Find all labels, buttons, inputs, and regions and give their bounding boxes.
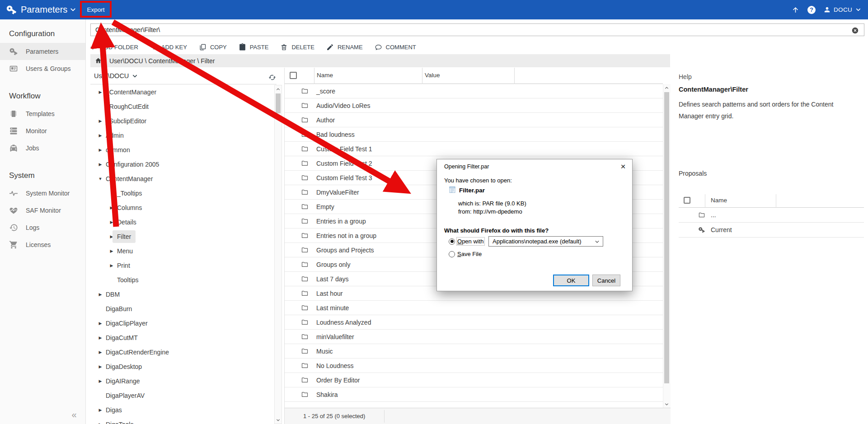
chevron-expanded-icon[interactable]: ▼: [96, 177, 104, 181]
table-row[interactable]: Shakira: [285, 387, 663, 402]
column-header-value[interactable]: Value: [425, 72, 440, 79]
chevron-collapsed-icon[interactable]: ▶: [96, 408, 104, 412]
tree-item-digairange[interactable]: ▶DigAIRange: [86, 374, 274, 388]
sidebar-item-users-groups[interactable]: Users & Groups: [0, 60, 85, 77]
tree-item-digaplayerav[interactable]: DigaPlayerAV: [86, 388, 274, 403]
table-row[interactable]: Bad loudness: [285, 127, 663, 142]
chevron-collapsed-icon[interactable]: ▶: [96, 321, 104, 326]
close-icon[interactable]: ×: [618, 161, 629, 172]
save-file-radio[interactable]: [449, 251, 455, 257]
tree-item-print[interactable]: ▶Print: [86, 258, 274, 273]
ok-button[interactable]: OK: [553, 275, 589, 286]
table-row[interactable]: Author: [285, 113, 663, 127]
sidebar-item-saf-monitor[interactable]: SAF Monitor: [0, 202, 85, 219]
chevron-collapsed-icon[interactable]: ▶: [108, 205, 116, 210]
tree-item-digacutrenderengine[interactable]: ▶DigaCutRenderEngine: [86, 345, 274, 359]
chevron-collapsed-icon[interactable]: ▶: [96, 335, 104, 340]
table-row[interactable]: Loudness Analyzed: [285, 315, 663, 330]
tree-item-details[interactable]: ▶Details: [86, 215, 274, 229]
chevron-down-icon[interactable]: [69, 6, 77, 14]
open-with-radio[interactable]: [449, 238, 455, 245]
tree-vertical-scrollbar[interactable]: [274, 85, 282, 424]
chevron-collapsed-icon[interactable]: ▶: [96, 422, 104, 424]
table-row[interactable]: No Loudness: [285, 359, 663, 373]
tree-item-dbm[interactable]: ▶DBM: [86, 287, 274, 302]
table-row[interactable]: Order By Editor: [285, 373, 663, 387]
open-with-label[interactable]: Open with: [457, 238, 484, 245]
chevron-collapsed-icon[interactable]: ▶: [108, 249, 116, 253]
tree-item-tooltips[interactable]: _Tooltips: [86, 186, 274, 200]
open-with-select[interactable]: Applications\notepad.exe (default): [488, 236, 603, 247]
tree-item-contentmanager[interactable]: ▼ContentManager: [86, 172, 274, 186]
sidebar-item-monitor[interactable]: Monitor: [0, 122, 85, 140]
help-icon[interactable]: ?: [807, 6, 816, 14]
scroll-up-button[interactable]: [663, 84, 670, 91]
save-file-label[interactable]: Save File: [457, 251, 482, 257]
chevron-collapsed-icon[interactable]: ▶: [96, 364, 104, 369]
tree-item-configuration-2005[interactable]: ▶Configuration 2005: [86, 157, 274, 172]
proposal-row[interactable]: Current: [679, 223, 864, 238]
chevron-collapsed-icon[interactable]: ▶: [96, 379, 104, 383]
chevron-collapsed-icon[interactable]: ▶: [108, 263, 116, 268]
sidebar-item-logs[interactable]: Logs: [0, 219, 85, 236]
chevron-collapsed-icon[interactable]: ▶: [96, 148, 104, 152]
clear-icon[interactable]: [851, 27, 859, 34]
scroll-down-button[interactable]: [663, 401, 670, 408]
export-button[interactable]: Export: [82, 0, 110, 19]
chevron-collapsed-icon[interactable]: ▶: [96, 119, 104, 123]
tree-item-digas[interactable]: ▶Digas: [86, 403, 274, 417]
chevron-collapsed-icon[interactable]: ▶: [108, 220, 116, 224]
tree-item-digaburn[interactable]: DigaBurn: [86, 302, 274, 316]
proposals-column-name[interactable]: Name: [711, 197, 727, 204]
toolbar-paste-button[interactable]: PASTE: [233, 41, 275, 53]
app-title[interactable]: Parameters: [21, 0, 67, 19]
table-row[interactable]: Custom Field Test 1: [285, 142, 663, 156]
sidebar-item-parameters[interactable]: Parameters: [0, 43, 85, 60]
table-row[interactable]: _score: [285, 84, 663, 98]
tree-item-tooltips[interactable]: Tooltips: [86, 273, 274, 287]
user-menu[interactable]: DOCU: [823, 6, 862, 14]
sidebar-item-system-monitor[interactable]: System Monitor: [0, 185, 85, 202]
table-vertical-scrollbar[interactable]: [663, 84, 671, 408]
table-row[interactable]: Music: [285, 344, 663, 359]
tree-item-digacutmt[interactable]: ▶DigaCutMT: [86, 331, 274, 345]
cancel-button[interactable]: Cancel: [592, 275, 620, 286]
tree-item-digaclipplayer[interactable]: ▶DigaClipPlayer: [86, 316, 274, 331]
breadcrumb-path[interactable]: User\DOCU \ ContentManager \ Filter: [109, 57, 215, 65]
proposals-select-all-checkbox[interactable]: [684, 197, 690, 204]
scroll-up-button[interactable]: [275, 85, 282, 93]
tree-item-digadesktop[interactable]: ▶DigaDesktop: [86, 359, 274, 374]
upload-icon[interactable]: [791, 5, 800, 14]
tree-item-menu[interactable]: ▶Menu: [86, 244, 274, 258]
select-all-checkbox[interactable]: [290, 72, 297, 79]
tree-root-selector[interactable]: User\DOCU: [94, 69, 138, 83]
collapse-sidebar-button[interactable]: «: [66, 408, 82, 421]
path-search-input[interactable]: [90, 23, 864, 36]
toolbar-rename-button[interactable]: RENAME: [320, 41, 369, 53]
refresh-icon[interactable]: [268, 74, 276, 81]
tree-item-columns[interactable]: ▶Columns: [86, 200, 274, 215]
toolbar-copy-button[interactable]: COPY: [193, 41, 233, 53]
sidebar-item-jobs[interactable]: Jobs: [0, 140, 85, 157]
column-header-name[interactable]: Name: [317, 72, 333, 79]
sidebar-item-licenses[interactable]: Licenses: [0, 236, 85, 253]
tree-item-roughcutedit[interactable]: _RoughCutEdit: [86, 99, 274, 114]
table-row[interactable]: Audio/Video LoRes: [285, 98, 663, 113]
table-row[interactable]: minValuefilter: [285, 330, 663, 344]
table-row[interactable]: Last minute: [285, 301, 663, 315]
tree-item-subclipeditor[interactable]: ▶_SubclipEditor: [86, 114, 274, 128]
tree-item-admin[interactable]: ▶Admin: [86, 128, 274, 143]
toolbar-comment-button[interactable]: COMMENT: [369, 41, 422, 53]
tree-item-filter[interactable]: ▶Filter: [86, 229, 274, 244]
tree-item-contentmanager[interactable]: ▶_ContentManager: [86, 85, 274, 99]
toolbar-delete-button[interactable]: DELETE: [274, 41, 320, 53]
chevron-collapsed-icon[interactable]: ▶: [96, 292, 104, 297]
toolbar-add-key-button[interactable]: ADD KEY: [144, 41, 193, 53]
scroll-down-button[interactable]: [275, 416, 282, 424]
chevron-collapsed-icon[interactable]: ▶: [96, 90, 104, 94]
chevron-collapsed-icon[interactable]: ▶: [96, 350, 104, 354]
sidebar-item-templates[interactable]: Templates: [0, 105, 85, 122]
chevron-collapsed-icon[interactable]: ▶: [96, 162, 104, 167]
chevron-collapsed-icon[interactable]: ▶: [96, 133, 104, 138]
proposal-row[interactable]: ...: [679, 208, 864, 223]
